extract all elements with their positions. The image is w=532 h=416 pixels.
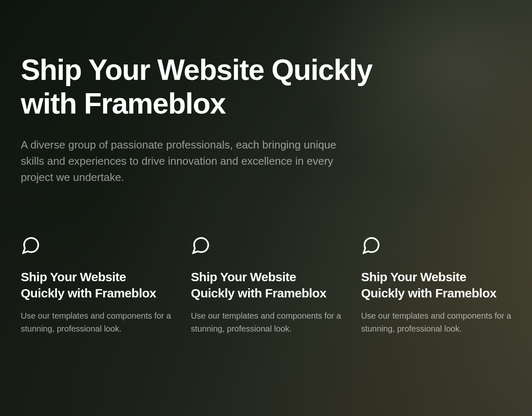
feature-description: Use our templates and components for a s… (191, 310, 341, 335)
feature-card: Ship Your Website Quickly with Frameblox… (191, 235, 341, 335)
hero-section: Ship Your Website Quickly with Frameblox… (0, 0, 532, 416)
content-container: Ship Your Website Quickly with Frameblox… (0, 0, 532, 416)
feature-title: Ship Your Website Quickly with Frameblox (21, 269, 171, 301)
feature-description: Use our templates and components for a s… (361, 310, 511, 335)
features-grid: Ship Your Website Quickly with Frameblox… (21, 235, 511, 335)
chat-bubble-icon (21, 235, 41, 255)
feature-description: Use our templates and components for a s… (21, 310, 171, 335)
chat-bubble-icon (361, 235, 381, 255)
hero-subtitle: A diverse group of passionate profession… (21, 137, 362, 186)
feature-title: Ship Your Website Quickly with Frameblox (191, 269, 341, 301)
chat-bubble-icon (191, 235, 211, 255)
feature-card: Ship Your Website Quickly with Frameblox… (361, 235, 511, 335)
hero-title: Ship Your Website Quickly with Frameblox (21, 53, 395, 120)
feature-card: Ship Your Website Quickly with Frameblox… (21, 235, 171, 335)
feature-title: Ship Your Website Quickly with Frameblox (361, 269, 511, 301)
